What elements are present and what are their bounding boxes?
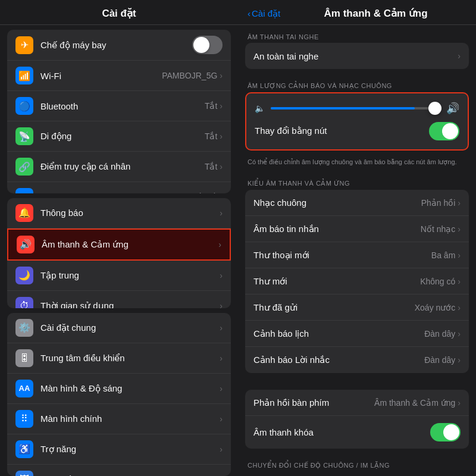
airplane-toggle-thumb [193, 37, 209, 53]
item-general[interactable]: ⚙️ Cài đặt chung › [7, 313, 231, 343]
bluetooth-value: Tắt [205, 101, 217, 111]
item-vpn[interactable]: VPN VPN Không kết nối › [7, 182, 231, 193]
item-airplane[interactable]: ✈ Chế độ máy bay [7, 30, 231, 61]
ringtone-label: Nhạc chuông [253, 198, 421, 208]
volume-high-icon: 🔊 [446, 102, 459, 115]
item-control[interactable]: 🎛 Trung tâm điều khiển › [7, 343, 231, 374]
bluetooth-icon: 🔵 [15, 97, 33, 115]
lock-sound-toggle-thumb [443, 424, 459, 440]
volume-slider-track[interactable] [271, 107, 440, 109]
group-keyboard: Phản hồi bàn phím Âm thanh & Cảm ứng › Â… [245, 390, 469, 449]
item-notify[interactable]: 🔔 Thông báo › [7, 198, 231, 228]
change-button-toggle-thumb [442, 123, 458, 139]
mobile-icon: 📡 [15, 127, 33, 145]
item-sent-mail[interactable]: Thư đã gửi Xoáy nước › [245, 295, 469, 321]
lock-sound-toggle[interactable] [430, 423, 461, 441]
item-home[interactable]: ⠿ Màn hình chính › [7, 404, 231, 434]
section-sounds-title: KIỂU ÂM THANH VÀ CẢM ỨNG [238, 171, 476, 190]
right-panel: ‹ Cài đặt Âm thanh & Cảm ứng ÂM THANH TA… [238, 0, 476, 476]
hotspot-icon: 🔗 [15, 158, 33, 176]
item-mobile[interactable]: 📡 Di động Tắt › [7, 121, 231, 152]
item-new-mail[interactable]: Thư mới Không có › [245, 268, 469, 295]
vpn-value: Không kết nối [165, 192, 217, 193]
section-volume-title: ÂM LƯỢNG CẢNH BÁO VÀ NHẠC CHUÔNG [238, 74, 476, 92]
item-access[interactable]: ♿ Trợ năng › [7, 434, 231, 465]
general-icon: ⚙️ [15, 319, 33, 337]
item-ringtone[interactable]: Nhạc chuông Phản hồi › [245, 190, 469, 216]
item-lock-sound[interactable]: Âm thanh khóa [245, 416, 469, 449]
voicemail-label: Thư thoại mới [253, 250, 431, 261]
home-label: Màn hình chính [40, 414, 220, 424]
reminder-alert-value: Đàn dây [424, 355, 455, 365]
item-msg-alert[interactable]: Âm báo tin nhắn Nốt nhạc › [245, 216, 469, 242]
section-hearing-title: ÂM THANH TAI NGHE [238, 25, 476, 43]
back-button[interactable]: ‹ Cài đặt [248, 8, 280, 19]
access-label: Trợ năng [40, 444, 220, 455]
general-chevron: › [220, 323, 223, 333]
item-focus[interactable]: 🌙 Tập trung › [7, 261, 231, 291]
item-change-by-button[interactable]: Thay đổi bằng nút [255, 115, 459, 141]
item-hearing-safety[interactable]: An toàn tai nghe › [245, 43, 469, 69]
mobile-chevron: › [220, 131, 223, 141]
access-icon: ♿ [15, 440, 33, 458]
item-wallpaper[interactable]: 🖼 Hình nền › [7, 465, 231, 476]
item-calendar-alert[interactable]: Cảnh báo lịch Đàn dây › [245, 321, 469, 347]
sent-mail-chevron: › [458, 303, 461, 312]
item-voicemail[interactable]: Thư thoại mới Ba âm › [245, 242, 469, 268]
access-chevron: › [220, 444, 223, 454]
left-header: Cài đặt [0, 0, 238, 25]
hearing-chevron: › [458, 51, 461, 61]
notify-label: Thông báo [40, 208, 220, 218]
new-mail-chevron: › [458, 277, 461, 286]
back-chevron-icon: ‹ [248, 8, 250, 18]
sound-chevron: › [218, 240, 221, 249]
item-sound[interactable]: 🔊 Âm thanh & Cảm ứng › [7, 228, 231, 261]
calendar-alert-value: Đàn dây [424, 329, 455, 339]
time-chevron: › [220, 301, 223, 308]
item-wifi[interactable]: 📶 Wi-Fi PAMBOJR_5G › [7, 61, 231, 91]
focus-icon: 🌙 [15, 267, 33, 284]
msg-alert-label: Âm báo tin nhắn [253, 224, 421, 234]
vpn-icon: VPN [15, 188, 33, 193]
airplane-label: Chế độ máy bay [40, 40, 192, 51]
vpn-label: VPN [40, 192, 165, 193]
control-icon: 🎛 [15, 349, 33, 367]
sound-icon: 🔊 [17, 236, 35, 253]
control-chevron: › [220, 353, 223, 363]
item-time[interactable]: ⏱ Thời gian sử dụng › [7, 291, 231, 308]
group-notifications: 🔔 Thông báo › 🔊 Âm thanh & Cảm ứng › 🌙 T… [7, 198, 231, 308]
sound-label: Âm thanh & Cảm ứng [42, 239, 218, 250]
airplane-icon: ✈ [15, 36, 33, 54]
volume-slider-fill [271, 107, 415, 109]
group-connectivity: ✈ Chế độ máy bay 📶 Wi-Fi PAMBOJR_5G › 🔵 … [7, 30, 231, 193]
mobile-label: Di động [40, 131, 205, 142]
vpn-chevron: › [220, 192, 223, 193]
keyboard-feedback-label: Phản hồi bàn phím [253, 397, 374, 408]
new-mail-value: Không có [420, 277, 455, 286]
wallpaper-icon: 🖼 [15, 471, 33, 476]
wifi-value: PAMBOJR_5G [162, 71, 217, 80]
item-display[interactable]: AA Màn hình & Độ sáng › [7, 374, 231, 404]
item-bluetooth[interactable]: 🔵 Bluetooth Tắt › [7, 91, 231, 121]
volume-slider-thumb[interactable] [428, 102, 441, 115]
new-mail-label: Thư mới [253, 276, 420, 287]
time-label: Thời gian sử dụng [40, 300, 220, 308]
notify-chevron: › [220, 208, 223, 218]
hotspot-label: Điểm truy cập cá nhân [40, 161, 205, 172]
mobile-value: Tắt [205, 131, 217, 141]
airplane-toggle[interactable] [192, 36, 223, 54]
change-button-toggle[interactable] [429, 122, 459, 140]
wifi-icon: 📶 [15, 67, 33, 84]
item-reminder-alert[interactable]: Cảnh báo Lời nhắc Đàn dây › [245, 347, 469, 373]
bt-chevron: › [220, 101, 223, 111]
focus-chevron: › [220, 271, 223, 280]
change-by-button-label: Thay đổi bằng nút [255, 126, 429, 136]
display-chevron: › [220, 384, 223, 393]
item-hotspot[interactable]: 🔗 Điểm truy cập cá nhân Tắt › [7, 152, 231, 182]
wifi-chevron: › [220, 71, 223, 80]
item-keyboard-feedback[interactable]: Phản hồi bàn phím Âm thanh & Cảm ứng › [245, 390, 469, 416]
display-icon: AA [15, 380, 33, 397]
voicemail-chevron: › [458, 250, 461, 260]
reminder-alert-label: Cảnh báo Lời nhắc [253, 355, 424, 365]
volume-slider-row[interactable]: 🔈 🔊 [255, 102, 459, 115]
